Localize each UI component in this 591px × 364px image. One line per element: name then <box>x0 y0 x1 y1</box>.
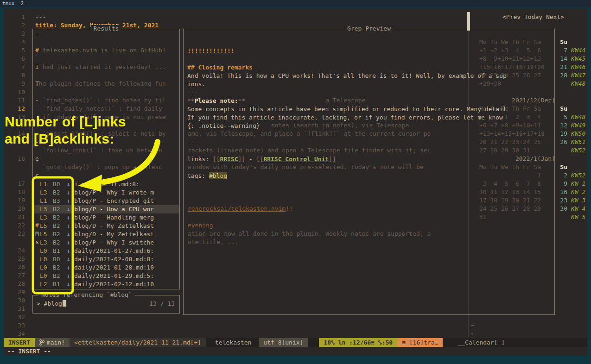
result-item[interactable]: L3B2↓blog/P - Why I switche <box>33 238 179 247</box>
calendar-week-number: KW 5 <box>571 213 585 221</box>
calendar-sunday-day[interactable]: 21 <box>555 63 567 71</box>
links-count-badge: L2 <box>40 280 47 289</box>
calendar-sunday-day[interactable]: 9 <box>555 180 567 188</box>
calendar-sunday-header: Su <box>555 38 567 46</box>
result-filename: daily/2021-01-29.md:5: <box>74 272 154 280</box>
preview-text: ]] <box>238 156 246 163</box>
line-number: 28 <box>4 280 25 288</box>
calendar-week-number: KW44 <box>571 46 585 55</box>
calendar-sunday-day[interactable]: 26 <box>555 138 567 146</box>
results-window-title: Results <box>91 25 122 32</box>
calendar-nav: <Prev Today Next> <box>502 13 564 21</box>
result-item[interactable]: L5B2↓blog/D - My Zettelkast <box>33 222 179 230</box>
git-branch-icon <box>39 339 44 345</box>
links-count-badge: L0 <box>40 264 47 272</box>
line-number: 11 <box>4 96 25 105</box>
links-count-badge: L0 <box>40 272 47 280</box>
backlinks-count-badge: B2 <box>53 205 60 213</box>
calendar-next-button[interactable]: Next> <box>546 13 564 20</box>
preview-text: And voila! This is how a CPU works! That… <box>187 72 507 79</box>
markdown-file-icon: ↓ <box>67 230 70 238</box>
links-count-badge: L3 <box>40 238 47 247</box>
markdown-file-icon: ↓ <box>67 280 70 289</box>
preview-line: If you find this article inaccurate, lac… <box>187 113 503 122</box>
preview-line: {: .notice--warning} <box>187 122 260 130</box>
text-cursor <box>63 300 66 307</box>
result-filename: i mention it.md:8: <box>74 180 140 188</box>
preview-line: Some concepts in this article have been … <box>187 105 507 113</box>
result-item[interactable]: L1B3↓blog/P - Encrypted git <box>33 197 179 205</box>
line-number: 4 <box>4 38 25 46</box>
links-count-badge: L0 <box>40 247 47 255</box>
preview-line: ions. <box>187 80 205 88</box>
calendar-prev-button[interactable]: <Prev <box>502 13 521 20</box>
line-number: 2 <box>4 21 25 30</box>
buffer-text: --- <box>35 13 46 21</box>
markdown-file-icon: ↓ <box>67 238 70 247</box>
calendar-sunday-day[interactable]: 5 <box>555 113 567 121</box>
line-number: 24 <box>4 246 25 255</box>
backlinks-count-badge: B2 <box>53 188 60 197</box>
result-item[interactable]: L0B2↓daily/2021-01-28.md:10 <box>33 264 179 272</box>
result-filename: blog/P - Handling merg <box>74 213 154 222</box>
calendar-sunday-day[interactable]: 12 <box>555 121 567 130</box>
line-number: 9 <box>4 80 25 88</box>
result-item[interactable]: L2B1↓daily/2021-02-12.md:10 <box>33 280 179 289</box>
links-count-badge: L1 <box>40 197 47 205</box>
line-number: 25 <box>4 255 25 263</box>
line-number: 20 <box>4 205 25 213</box>
preview-text: tags: <box>187 172 209 179</box>
calendar-today-button[interactable]: Today <box>524 13 542 20</box>
result-item[interactable]: L3B2↓blog/P - Why I wrote m <box>33 188 179 197</box>
line-number: 26 <box>4 263 25 271</box>
git-branch-label: main! <box>47 338 65 347</box>
results-counter: 13 / 13 <box>149 300 175 308</box>
calendar-sunday-day[interactable]: 16 <box>555 188 567 196</box>
preview-text: {: .notice--warning} <box>187 122 260 129</box>
result-item[interactable]: L0B1↓daily/2021-01-27.md:6: <box>33 247 179 255</box>
wiki-link[interactable]: RRISC <box>220 156 238 163</box>
preview-line: **Please note:** <box>187 97 245 105</box>
calendar-sunday-day[interactable]: 30 <box>555 205 567 213</box>
result-item[interactable]: L0B2↓daily/2021-01-29.md:5: <box>33 272 179 280</box>
calendar-sunday-day[interactable]: 19 <box>555 130 567 138</box>
result-item[interactable]: L5B2↓blog/D - My Zettelkast <box>33 230 179 238</box>
calendar-week-number: KW52 <box>571 171 585 180</box>
calendar-sunday-day[interactable]: 2 <box>555 171 567 180</box>
preview-text: ]] <box>329 156 336 163</box>
backlinks-count-badge: B3 <box>53 197 60 205</box>
tag-chip[interactable]: #blog <box>209 172 227 179</box>
calendar-week-number: KW49 <box>571 121 585 130</box>
preview-text: --- <box>187 89 198 96</box>
result-item[interactable]: L0B0↓daily/2021-02-08.md:8: <box>33 255 179 264</box>
screen: tmux -2 1---2title: Sunday, November 21s… <box>0 0 591 364</box>
calendar-sunday-day[interactable]: 7 <box>555 46 567 55</box>
line-number: 16 <box>4 155 25 163</box>
calendar-week-number: KW50 <box>571 130 585 138</box>
result-filename: daily/2021-02-08.md:8: <box>74 255 154 264</box>
result-item[interactable]: L1B0↓i mention it.md:8: <box>33 180 179 188</box>
result-item[interactable]: L3B2↓blog/P - Handling merg <box>33 213 179 222</box>
statusline-gap <box>506 338 587 347</box>
result-filename: blog/D - My Zettelkast <box>74 222 154 230</box>
result-filename: blog/P - Why I wrote m <box>74 188 154 197</box>
result-item[interactable]: L3B2↓blog/P - How a CPU wor <box>33 205 179 213</box>
search-input[interactable]: > #blog <box>37 300 66 308</box>
line-number: 13 <box>4 113 25 121</box>
prompt-char: > <box>37 300 40 307</box>
line-number: 3 <box>4 30 25 38</box>
calendar-week-number: KW 3 <box>571 196 585 205</box>
markdown-file-icon: ↓ <box>67 247 70 255</box>
line-number: 7 <box>4 63 25 71</box>
markdown-file-icon: ↓ <box>67 272 70 280</box>
calendar-sunday-header: Su <box>555 105 567 113</box>
calendar-sunday-day[interactable]: 14 <box>555 55 567 63</box>
calendar-sunday-day[interactable]: 28 <box>555 71 567 80</box>
calendar-week-number: KW46 <box>571 63 585 71</box>
empty-line-tilde: ~ <box>471 330 475 338</box>
backlinks-count-badge: B0 <box>53 180 60 188</box>
calendar-sunday-day[interactable]: 23 <box>555 196 567 205</box>
backlinks-count-badge: B1 <box>53 280 60 289</box>
wiki-link[interactable]: RRISC Control Unit <box>263 156 329 163</box>
neovim-window: 1---2title: Sunday, November 21st, 20213… <box>4 8 587 356</box>
